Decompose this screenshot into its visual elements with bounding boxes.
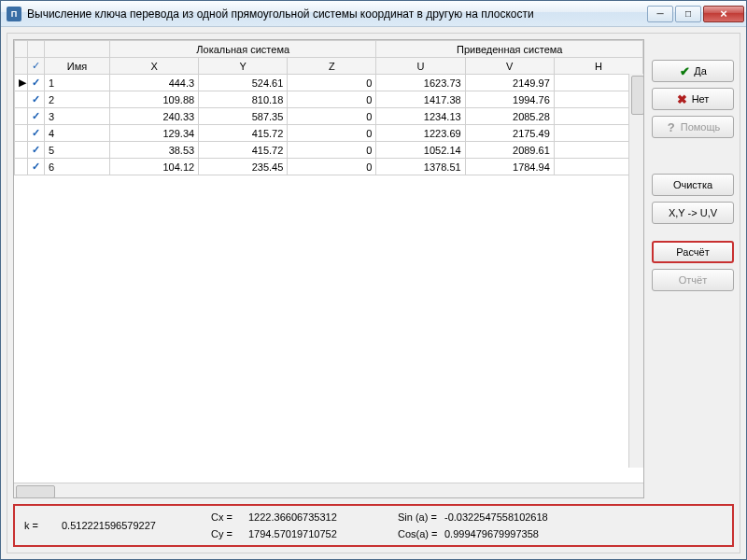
cell-u[interactable]: 1234.13 [376,108,465,125]
cell-name[interactable]: 2 [45,91,110,108]
table-row[interactable]: ▶✓1444.3524.6101623.732149.970 [15,75,643,91]
header-x[interactable]: X [110,58,199,75]
cell-x[interactable]: 444.3 [110,75,199,91]
k-label: k = [24,520,62,531]
cos-value: 0.999479679997358 [444,528,613,539]
cx-value: 1222.36606735312 [248,511,398,523]
row-check[interactable]: ✓ [28,142,45,159]
titlebar[interactable]: Π Вычисление ключа перевода из одной пря… [1,1,746,27]
row-marker [15,108,28,125]
cell-y[interactable]: 415.72 [199,125,288,142]
cell-x[interactable]: 104.12 [110,159,199,175]
table-row[interactable]: ✓4129.34415.7201223.692175.490 [15,125,643,142]
cell-v[interactable]: 2085.28 [465,108,554,125]
grid-horizontal-scrollbar[interactable] [14,483,643,497]
cell-z[interactable]: 0 [288,75,376,91]
cell-y[interactable]: 524.61 [199,75,288,91]
cell-u[interactable]: 1417.38 [376,91,465,108]
cell-u[interactable]: 1223.69 [376,125,465,142]
header-group-reduced[interactable]: Приведенная система [376,41,643,58]
cell-name[interactable]: 1 [45,75,110,91]
clear-label: Очистка [673,179,712,190]
close-button[interactable]: × [703,6,744,22]
results-panel: Сх = 1222.36606735312 k = 0.512221596579… [13,504,734,547]
cos-label: Cos(a) = [398,528,444,539]
table-row[interactable]: ✓2109.88810.1801417.381994.760 [15,91,643,108]
no-label: Нет [692,93,710,105]
cell-v[interactable]: 2175.49 [465,125,554,142]
app-icon: Π [7,7,21,21]
cell-y[interactable]: 235.45 [199,159,288,175]
header-y[interactable]: Y [199,58,288,75]
calc-button[interactable]: Расчёт [652,241,734,263]
cell-x[interactable]: 129.34 [110,125,199,142]
window-controls: ─ □ × [647,6,744,22]
cy-value: 1794.57019710752 [248,528,398,539]
cell-u[interactable]: 1623.73 [376,75,465,91]
cell-z[interactable]: 0 [288,108,376,125]
header-u[interactable]: U [376,58,465,75]
row-check[interactable]: ✓ [28,108,45,125]
table-row[interactable]: ✓538.53415.7201052.142089.610 [15,142,643,159]
minimize-button[interactable]: ─ [647,6,673,22]
header-h[interactable]: H [554,58,642,75]
cell-y[interactable]: 587.35 [199,108,288,125]
header-z[interactable]: Z [288,58,376,75]
grid-table: Локальная система Приведенная система ✓ … [14,40,643,175]
app-window: Π Вычисление ключа перевода из одной пря… [0,0,747,560]
cell-v[interactable]: 1784.94 [465,159,554,175]
minimize-icon: ─ [656,8,663,19]
cell-v[interactable]: 2089.61 [465,142,554,159]
header-group-local[interactable]: Локальная система [110,41,376,58]
cell-v[interactable]: 1994.76 [465,91,554,108]
maximize-button[interactable]: □ [675,6,701,22]
client-area: Локальная система Приведенная система ✓ … [7,33,740,553]
check-icon: ✔ [679,65,690,77]
cell-x[interactable]: 38.53 [110,142,199,159]
cell-y[interactable]: 810.18 [199,91,288,108]
maximize-icon: □ [685,8,691,19]
help-icon: ? [666,121,677,133]
cell-v[interactable]: 2149.97 [465,75,554,91]
help-button[interactable]: ? Помощь [652,116,734,138]
cell-z[interactable]: 0 [288,159,376,175]
cell-x[interactable]: 109.88 [110,91,199,108]
row-check[interactable]: ✓ [28,75,45,91]
cell-name[interactable]: 6 [45,159,110,175]
cell-y[interactable]: 415.72 [199,142,288,159]
yes-label: Да [694,65,707,77]
yes-button[interactable]: ✔ Да [652,60,734,82]
cell-u[interactable]: 1052.14 [376,142,465,159]
grid-vertical-scrollbar[interactable] [628,74,643,468]
table-row[interactable]: ✓3240.33587.3501234.132085.280 [15,108,643,125]
header-blank3 [45,41,110,58]
help-label: Помощь [681,121,721,133]
header-check[interactable]: ✓ [28,58,45,75]
table-row[interactable]: ✓6104.12235.4501378.511784.940 [15,159,643,175]
cell-name[interactable]: 5 [45,142,110,159]
xyuv-button[interactable]: X,Y -> U,V [652,202,734,224]
side-panel: ✔ Да ✖ Нет ? Помощь Очистка X,Y -> U,V [652,39,734,498]
xyuv-label: X,Y -> U,V [669,207,717,218]
report-button[interactable]: Отчёт [652,269,734,291]
row-check[interactable]: ✓ [28,125,45,142]
k-value: 0.512221596579227 [62,520,211,531]
cell-z[interactable]: 0 [288,142,376,159]
cell-name[interactable]: 4 [45,125,110,142]
cell-x[interactable]: 240.33 [110,108,199,125]
calc-label: Расчёт [676,246,709,258]
sin-value: -0.0322547558102618 [444,511,613,523]
cell-u[interactable]: 1378.51 [376,159,465,175]
header-v[interactable]: V [465,58,554,75]
row-check[interactable]: ✓ [28,159,45,175]
cell-z[interactable]: 0 [288,125,376,142]
window-title: Вычисление ключа перевода из одной прямо… [27,7,647,21]
cell-z[interactable]: 0 [288,91,376,108]
header-name[interactable]: Имя [45,58,110,75]
row-check[interactable]: ✓ [28,91,45,108]
cell-name[interactable]: 3 [45,108,110,125]
no-button[interactable]: ✖ Нет [652,88,734,110]
row-marker: ▶ [15,75,28,91]
data-grid[interactable]: Локальная система Приведенная система ✓ … [13,39,644,498]
clear-button[interactable]: Очистка [652,174,734,196]
